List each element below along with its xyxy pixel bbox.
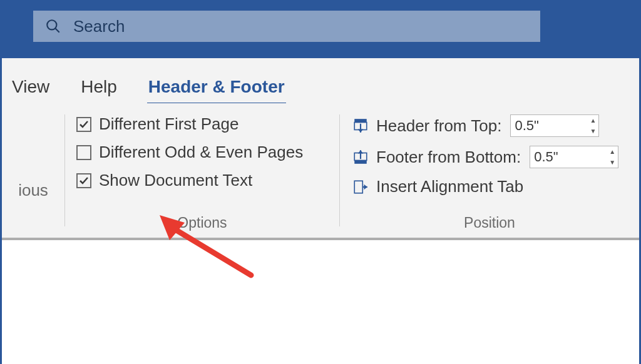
insert-alignment-tab-label: Insert Alignment Tab [376,177,523,196]
spinner-up-button[interactable]: ▲ [607,146,618,157]
word-window-frame: Search View Help Header & Footer ious Di… [0,0,641,364]
svg-marker-12 [364,184,367,190]
footer-from-bottom-row: Footer from Bottom: ▲ ▼ [351,146,628,168]
checkbox-icon [76,117,91,132]
svg-rect-2 [354,119,367,122]
header-from-top-row: Header from Top: ▲ ▼ [351,114,628,137]
insert-alignment-tab-icon [351,179,370,195]
checkbox-icon [76,145,91,160]
svg-line-1 [55,28,59,33]
checkbox-different-odd-even[interactable]: Different Odd & Even Pages [76,143,328,162]
tab-view[interactable]: View [11,74,51,103]
search-box[interactable]: Search [33,11,540,42]
checkbox-label: Different Odd & Even Pages [99,143,303,162]
title-bar: Search [2,2,639,58]
checkbox-show-document-text[interactable]: Show Document Text [76,171,328,190]
insert-alignment-tab-button[interactable]: Insert Alignment Tab [351,177,628,196]
document-area[interactable] [2,240,639,364]
svg-point-0 [47,20,56,29]
spinner-up-button[interactable]: ▲ [587,115,598,126]
spinner-down-button[interactable]: ▼ [587,126,598,136]
header-from-top-icon [351,118,370,134]
footer-from-bottom-label: Footer from Bottom: [376,148,521,167]
tab-help[interactable]: Help [79,74,118,103]
ribbon-group-position: Header from Top: ▲ ▼ Footer from Bottom: [340,103,639,238]
ribbon-group-truncated: ious [2,103,64,238]
checkbox-icon [76,173,91,188]
svg-marker-9 [358,150,364,153]
header-from-top-spinner[interactable]: ▲ ▼ [510,114,599,137]
header-from-top-label: Header from Top: [376,116,501,136]
ribbon: ious Different First Page Different Odd … [2,103,639,238]
footer-from-bottom-input[interactable] [530,146,607,168]
footer-from-bottom-spinner[interactable]: ▲ ▼ [530,146,618,168]
checkbox-label: Show Document Text [99,171,252,190]
svg-marker-5 [358,129,364,132]
checkbox-different-first-page[interactable]: Different First Page [76,114,328,134]
search-icon [33,18,73,34]
tab-header-footer[interactable]: Header & Footer [147,74,286,103]
search-placeholder: Search [73,17,125,36]
ribbon-group-options: Different First Page Different Odd & Eve… [65,103,339,238]
header-from-top-input[interactable] [511,115,587,136]
group-label-position: Position [351,210,628,231]
ribbon-tabs: View Help Header & Footer [2,58,639,103]
svg-rect-10 [354,181,362,193]
checkbox-label: Different First Page [99,114,239,134]
spinner-down-button[interactable]: ▼ [607,157,618,168]
truncated-label: ious [18,181,48,200]
group-label-options: Options [76,210,328,231]
footer-from-bottom-icon [351,149,370,165]
